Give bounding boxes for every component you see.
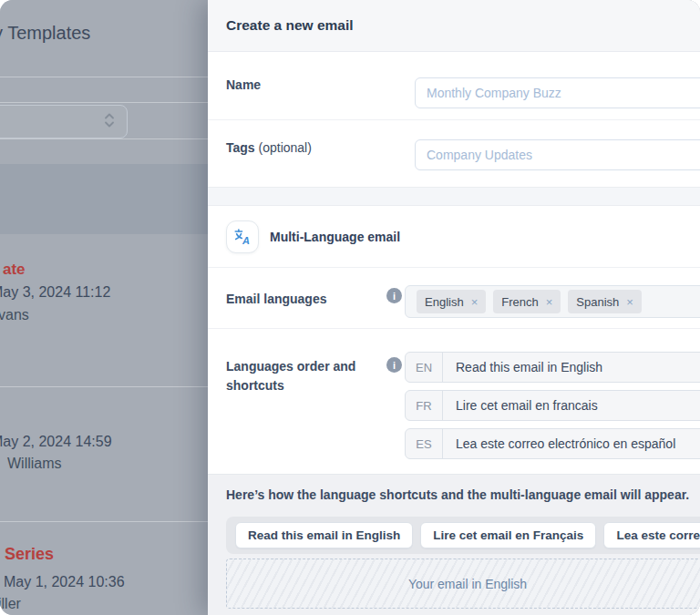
divider [0, 102, 208, 103]
chevron-updown-icon [103, 111, 116, 133]
app-screenshot: y Templates ate May 3, 2024 11:12 vans M… [0, 0, 700, 615]
email-body-placeholder: Your email in English [226, 559, 700, 609]
divider [0, 521, 208, 522]
svg-text:A: A [242, 235, 250, 246]
shortcut-button[interactable]: Lea este correo electrónico en español [603, 522, 700, 548]
modal-title: Create a new email [226, 17, 354, 34]
email-languages-label: Email languages [226, 290, 326, 309]
page-title: y Templates [0, 23, 90, 44]
remove-chip-icon[interactable]: × [626, 295, 633, 309]
template-author: Williams [7, 456, 62, 472]
divider [0, 77, 208, 77]
languages-order-row: Languages order and shortcuts i EN Read … [208, 329, 700, 474]
divider [0, 138, 208, 139]
tags-input[interactable] [415, 139, 700, 170]
info-icon[interactable]: i [386, 357, 402, 373]
language-code: ES [406, 429, 443, 458]
template-date: May 2, 2024 14:59 [0, 434, 112, 450]
email-body-placeholder-text: Your email in English [408, 577, 527, 591]
name-field-row: Name [208, 52, 700, 120]
divider [0, 386, 208, 387]
tags-label: Tags (optional) [226, 140, 312, 155]
tags-optional-note: (optional) [259, 140, 312, 155]
translate-icon: A [226, 220, 259, 253]
shortcut-button[interactable]: Lire cet email en Français [420, 522, 596, 548]
language-chip: Spanish × [568, 290, 642, 313]
tags-field-row: Tags (optional) [208, 120, 700, 187]
language-code: FR [406, 391, 443, 420]
shortcut-text[interactable]: Read this email in English [443, 353, 602, 382]
remove-chip-icon[interactable]: × [471, 295, 479, 309]
template-title: Series [5, 545, 54, 564]
languages-order-label: Languages order and shortcuts [226, 357, 372, 395]
remove-chip-icon[interactable]: × [546, 295, 553, 309]
language-chip: English × [417, 290, 486, 313]
template-date: May 1, 2024 10:36 [4, 574, 125, 590]
info-icon[interactable]: i [386, 288, 402, 303]
shortcut-buttons-bar: Read this email in English Lire cet emai… [226, 517, 700, 554]
shortcut-text[interactable]: Lea este correo electrónico en español [443, 429, 675, 458]
shortcut-text[interactable]: Lire cet email en francais [443, 391, 598, 420]
language-shortcut-input-row[interactable]: FR Lire cet email en francais [405, 390, 700, 421]
multi-language-label: Multi-Language email [270, 206, 400, 268]
email-preview-section: Here’s how the language shortcuts and th… [208, 474, 700, 615]
name-label: Name [226, 77, 261, 92]
template-title: ate [3, 261, 26, 279]
name-input[interactable] [415, 77, 700, 108]
language-shortcut-input-row[interactable]: EN Read this email in English [405, 352, 700, 383]
language-code: EN [406, 353, 443, 382]
email-languages-row: Email languages i English × French × Spa… [208, 268, 700, 329]
shortcut-button[interactable]: Read this email in English [235, 522, 413, 548]
table-header-band [0, 164, 208, 234]
languages-multiselect[interactable]: English × French × Spanish × [405, 285, 700, 318]
section-separator [208, 187, 700, 206]
language-shortcut-input-row[interactable]: ES Lea este correo electrónico en españo… [405, 428, 700, 459]
modal-header: Create a new email [208, 0, 700, 52]
template-date: May 3, 2024 11:12 [0, 284, 110, 301]
template-author: vans [0, 307, 29, 323]
multi-language-section-header: A Multi-Language email [208, 206, 700, 268]
language-chip: French × [493, 290, 561, 313]
preview-heading: Here’s how the language shortcuts and th… [226, 487, 689, 502]
sort-select [0, 105, 128, 138]
template-author: iller [0, 596, 21, 612]
create-email-modal: Create a new email Name Tags (optional) [208, 0, 700, 615]
